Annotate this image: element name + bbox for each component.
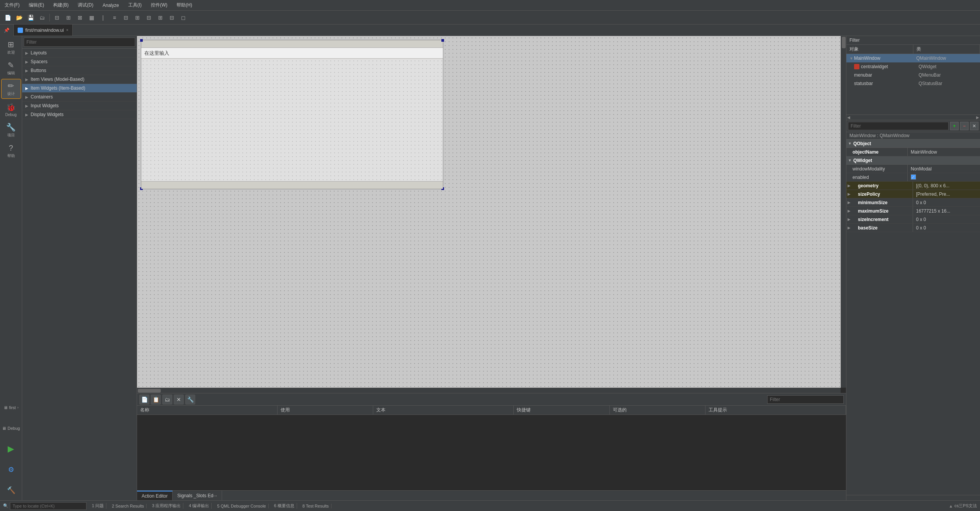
props-minus-button[interactable]: − — [960, 122, 969, 130]
props-group-qwidget[interactable]: ▼ QWidget — [846, 156, 980, 165]
props-add-button[interactable]: + — [950, 122, 959, 130]
open-file-button[interactable]: 📂 — [14, 12, 24, 23]
menu-tools[interactable]: 工具(I) — [127, 1, 143, 9]
widget-filter-input[interactable] — [24, 38, 135, 47]
category-containers[interactable]: ▶ Containers — [22, 93, 137, 102]
action-table-body[interactable] — [137, 415, 846, 490]
layout-form-button[interactable]: ▦ — [86, 12, 97, 23]
layout-h-button[interactable]: ⊟ — [52, 12, 62, 23]
props-filter-input[interactable] — [848, 122, 949, 130]
sidebar-first-debug[interactable]: 🖥 first › — [1, 398, 21, 418]
obj-row-mainwindow[interactable]: ▼ MainWindow QMainWindow — [846, 54, 980, 62]
canvas-content-area[interactable] — [141, 59, 443, 181]
debug-run-button[interactable]: ⚙ — [1, 460, 21, 480]
menu-debug[interactable]: 调试(D) — [76, 1, 95, 9]
tab-action-editor[interactable]: Action Editor — [137, 491, 173, 500]
save-all-button[interactable]: 🗂 — [37, 12, 47, 23]
prop-enabled-value[interactable]: ✓ — [908, 174, 980, 180]
new-file-button[interactable]: 📄 — [2, 12, 13, 23]
grid2-button[interactable]: ⊟ — [167, 12, 177, 23]
action-new2-button[interactable]: 📋 — [151, 395, 161, 405]
props-group-qobject[interactable]: ▼ QObject — [846, 139, 980, 148]
action-new-button[interactable]: 📄 — [139, 395, 149, 405]
align-top-button[interactable]: ⊟ — [144, 12, 154, 23]
category-item-widgets[interactable]: ▶ Item Widgets (Item-Based) — [22, 84, 137, 93]
sizeincrement-expand-icon[interactable]: ▶ — [846, 217, 852, 221]
align-center-button[interactable]: ⊟ — [121, 12, 131, 23]
sidebar-edit[interactable]: ✎ 编辑 — [1, 58, 21, 78]
obj-row-menubar[interactable]: menubar QMenuBar — [846, 71, 980, 79]
obj-row-centralwidget[interactable]: centralwidget QWidget — [846, 62, 980, 71]
build-button[interactable]: 🔨 — [1, 480, 21, 500]
prop-minimumsize-value[interactable]: 0 x 0 — [913, 200, 980, 205]
preview-button[interactable]: ◻ — [178, 12, 189, 23]
menu-file[interactable]: 文件(F) — [3, 1, 21, 9]
sidebar-project[interactable]: 🔧 项目 — [1, 120, 21, 140]
category-input-widgets[interactable]: ▶ Input Widgets — [22, 102, 137, 110]
basesize-expand-icon[interactable]: ▶ — [846, 226, 852, 230]
geometry-expand-icon[interactable]: ▶ — [846, 183, 852, 188]
prop-row-maximumsize[interactable]: ▶ maximumSize 16777215 x 16... — [846, 207, 980, 215]
prop-maximumsize-value[interactable]: 16777215 x 16... — [913, 208, 980, 214]
canvas-hscroll[interactable] — [137, 388, 841, 393]
maximumsize-expand-icon[interactable]: ▶ — [846, 209, 852, 213]
category-layouts[interactable]: ▶ Layouts — [22, 49, 137, 57]
sidebar-debug[interactable]: 🐞 Debug — [1, 100, 21, 120]
sidebar-kit[interactable]: 🖥 Debug — [1, 418, 21, 438]
category-spacers[interactable]: ▶ Spacers — [22, 57, 137, 66]
layout-grid-button[interactable]: ⊠ — [75, 12, 85, 23]
prop-row-basesize[interactable]: ▶ baseSize 0 x 0 — [846, 224, 980, 232]
status-problems[interactable]: 1 问题 — [90, 503, 106, 509]
tab-signals-slots[interactable]: Signals _Slots Ed··· — [173, 491, 222, 500]
prop-row-geometry[interactable]: ▶ geometry [(0, 0), 800 x 6... — [846, 182, 980, 190]
props-close-button[interactable]: ✕ — [970, 122, 978, 130]
status-expand-icon[interactable]: ▲ — [949, 504, 953, 508]
obj-hscroll[interactable]: ◀ ▶ — [846, 115, 980, 120]
canvas-vscroll[interactable] — [841, 36, 846, 388]
prop-objectname-value[interactable]: MainWindow — [908, 149, 980, 155]
prop-windowmodality-value[interactable]: NonModal — [908, 166, 980, 172]
prop-row-windowmodality[interactable]: windowModality NonModal — [846, 165, 980, 173]
status-qml-debugger[interactable]: 5 QML Debugger Console — [215, 504, 268, 508]
menu-edit[interactable]: 编辑(E) — [27, 1, 46, 9]
minimumsize-expand-icon[interactable]: ▶ — [846, 200, 852, 205]
prop-sizeincrement-value[interactable]: 0 x 0 — [913, 217, 980, 222]
menu-controls[interactable]: 控件(W) — [149, 1, 169, 9]
canvas-viewport[interactable]: 在这里输入 — [137, 36, 841, 388]
prop-row-sizepolicy[interactable]: ▶ sizePolicy [Preferred, Pre... — [846, 190, 980, 198]
save-file-button[interactable]: 💾 — [25, 12, 36, 23]
sidebar-welcome[interactable]: ⊞ 欢迎 — [1, 38, 21, 57]
menu-help[interactable]: 帮助(H) — [175, 1, 194, 9]
prop-basesize-value[interactable]: 0 x 0 — [913, 225, 980, 231]
tab-mainwindow-ui[interactable]: first/mainwindow.ui × — [14, 25, 73, 36]
status-test-results[interactable]: 8 Test Results — [300, 504, 332, 508]
align-left-button[interactable]: ≡ — [109, 12, 120, 23]
status-search-input[interactable] — [10, 502, 87, 510]
run-button[interactable]: ▶ — [1, 439, 21, 459]
status-summary[interactable]: 6 概要信息 — [272, 503, 297, 509]
prop-geometry-value[interactable]: [(0, 0), 800 x 6... — [913, 183, 980, 188]
category-display-widgets[interactable]: ▶ Display Widgets — [22, 110, 137, 119]
action-delete-button[interactable]: ✕ — [174, 395, 184, 405]
action-settings-button[interactable]: 🔧 — [185, 395, 195, 405]
layout-sep[interactable]: | — [98, 12, 108, 23]
status-app-output[interactable]: 3 应用程序输出 — [150, 503, 183, 509]
canvas-window-frame[interactable]: 在这里输入 — [141, 40, 443, 189]
props-hscroll[interactable] — [846, 495, 980, 500]
layout-v-button[interactable]: ⊞ — [63, 12, 74, 23]
obj-row-statusbar[interactable]: statusbar QStatusBar — [846, 79, 980, 88]
prop-row-minimumsize[interactable]: ▶ minimumSize 0 x 0 — [846, 198, 980, 207]
sidebar-design[interactable]: ✏ 设计 — [1, 79, 21, 99]
sizepolicy-expand-icon[interactable]: ▶ — [846, 192, 852, 196]
menu-build[interactable]: 构建(B) — [52, 1, 70, 9]
action-copy-button[interactable]: 🗂 — [162, 395, 172, 405]
prop-row-sizeincrement[interactable]: ▶ sizeIncrement 0 x 0 — [846, 215, 980, 224]
canvas-input-field[interactable]: 在这里输入 — [141, 48, 443, 59]
tab-close-button[interactable]: × — [66, 28, 69, 32]
prop-row-objectname[interactable]: objectName MainWindow — [846, 148, 980, 156]
sidebar-help[interactable]: ? 帮助 — [1, 141, 21, 161]
category-buttons[interactable]: ▶ Buttons — [22, 66, 137, 75]
prop-sizepolicy-value[interactable]: [Preferred, Pre... — [913, 192, 980, 197]
enabled-checkbox[interactable]: ✓ — [911, 174, 916, 180]
status-search-results[interactable]: 2 Search Results — [109, 504, 147, 508]
